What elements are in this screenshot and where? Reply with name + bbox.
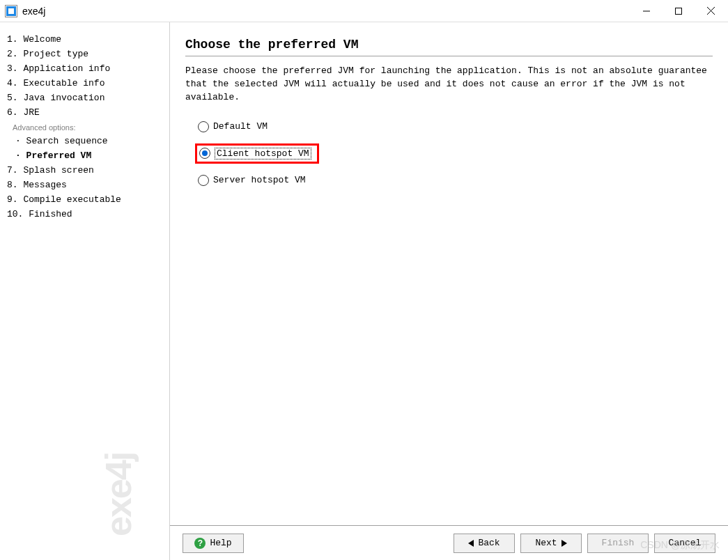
help-icon: ? (194, 538, 206, 549)
side-watermark: exe4j (98, 453, 139, 536)
nav-project-type[interactable]: 2. Project type (7, 47, 162, 61)
sidebar: 1. Welcome 2. Project type 3. Applicatio… (0, 22, 170, 560)
close-button[interactable] (695, 1, 727, 22)
help-button[interactable]: ? Help (183, 534, 244, 553)
radio-default-vm[interactable]: Default VM (198, 121, 713, 132)
next-button[interactable]: Next (520, 534, 582, 553)
finish-button: Finish (587, 534, 649, 553)
next-label: Next (535, 538, 557, 548)
svg-rect-1 (676, 8, 682, 14)
maximize-button[interactable] (663, 1, 695, 22)
advanced-options-label: Advanced options: (7, 120, 162, 134)
nav-search-sequence[interactable]: Search sequence (7, 134, 162, 148)
back-arrow-icon (468, 540, 474, 547)
cancel-button[interactable]: Cancel (654, 534, 715, 553)
nav-application-info[interactable]: 3. Application info (7, 61, 162, 76)
nav-jre[interactable]: 6. JRE (7, 105, 162, 120)
nav-java-invocation[interactable]: 5. Java invocation (7, 91, 162, 105)
radio-icon (199, 148, 210, 159)
window-controls (630, 1, 727, 22)
radio-label: Server hotspot VM (213, 175, 306, 185)
minimize-button[interactable] (630, 1, 663, 22)
nav-compile-executable[interactable]: 9. Compile executable (7, 192, 162, 207)
help-label: Help (210, 538, 231, 548)
radio-client-hotspot-vm[interactable]: Client hotspot VM (199, 148, 311, 160)
next-arrow-icon (562, 540, 567, 547)
page-description: Please choose the preferred JVM for laun… (185, 65, 713, 104)
radio-label: Default VM (213, 121, 268, 132)
radio-server-hotspot-vm[interactable]: Server hotspot VM (198, 175, 713, 186)
back-label: Back (478, 538, 499, 548)
highlight-box: Client hotspot VM (195, 143, 319, 164)
nav-executable-info[interactable]: 4. Executable info (7, 76, 162, 91)
finish-label: Finish (602, 538, 635, 548)
nav-finished[interactable]: 10. Finished (7, 207, 162, 221)
page-title: Choose the preferred VM (185, 38, 713, 56)
content-area: Choose the preferred VM Please choose th… (170, 22, 728, 560)
footer: ? Help Back Next Finish Cancel (170, 525, 728, 560)
nav-messages[interactable]: 8. Messages (7, 178, 162, 192)
back-button[interactable]: Back (454, 534, 515, 553)
nav-welcome[interactable]: 1. Welcome (7, 32, 162, 47)
app-icon (6, 6, 17, 17)
titlebar: exe4j (0, 0, 728, 22)
radio-label: Client hotspot VM (215, 148, 311, 160)
radio-icon (198, 121, 209, 132)
nav-preferred-vm[interactable]: Preferred VM (7, 148, 162, 163)
radio-icon (198, 175, 209, 186)
vm-radio-group: Default VM Client hotspot VM Server hots… (185, 121, 713, 186)
window-title: exe4j (22, 6, 45, 17)
main-area: 1. Welcome 2. Project type 3. Applicatio… (0, 22, 728, 560)
cancel-label: Cancel (669, 538, 702, 548)
nav-splash-screen[interactable]: 7. Splash screen (7, 163, 162, 178)
